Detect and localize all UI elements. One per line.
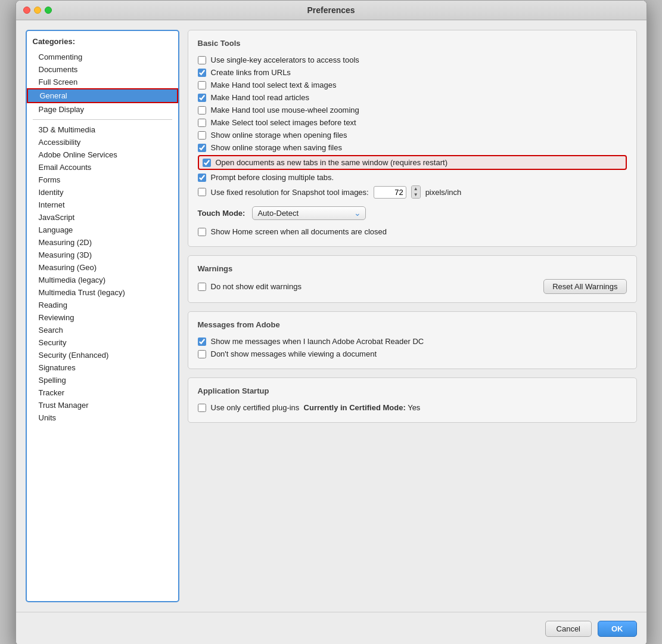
maximize-button[interactable] xyxy=(45,7,52,14)
checkbox-show-storage-open[interactable] xyxy=(198,131,206,140)
checkbox-hand-mousewheel[interactable] xyxy=(198,106,206,114)
row-do-not-show: Do not show edit warnings xyxy=(198,280,302,293)
checkbox-select-images[interactable] xyxy=(198,119,206,127)
checkbox-single-key[interactable] xyxy=(198,56,206,64)
sidebar-divider xyxy=(33,119,172,120)
sidebar-item-measuring-3d[interactable]: Measuring (3D) xyxy=(27,249,178,261)
sidebar-item-page-display[interactable]: Page Display xyxy=(27,103,178,116)
touch-mode-select-wrap: Auto-Detect Full Touch Touch with Mouse … xyxy=(252,206,366,220)
sidebar-item-3d-multimedia[interactable]: 3D & Multimedia xyxy=(27,123,178,136)
reset-all-warnings-button[interactable]: Reset All Warnings xyxy=(543,279,626,294)
label-fixed-resolution: Use fixed resolution for Snapshot tool i… xyxy=(211,188,369,197)
sidebar-bottom-section: 3D & Multimedia Accessibility Adobe Onli… xyxy=(27,123,178,424)
messages-title: Messages from Adobe xyxy=(198,320,627,329)
label-dont-show: Don't show messages while viewing a docu… xyxy=(211,349,377,358)
ok-button[interactable]: OK xyxy=(598,621,637,637)
checkbox-certified-plugins[interactable] xyxy=(198,404,206,412)
sidebar-item-documents[interactable]: Documents xyxy=(27,63,178,76)
sidebar-item-identity[interactable]: Identity xyxy=(27,186,178,199)
startup-section: Application Startup Use only certified p… xyxy=(188,377,637,423)
sidebar-item-units[interactable]: Units xyxy=(27,411,178,424)
checkbox-dont-show[interactable] xyxy=(198,350,206,358)
row-dont-show: Don't show messages while viewing a docu… xyxy=(198,348,627,360)
sidebar-item-accessibility[interactable]: Accessibility xyxy=(27,136,178,148)
sidebar-item-security-enhanced[interactable]: Security (Enhanced) xyxy=(27,349,178,361)
sidebar-item-full-screen[interactable]: Full Screen xyxy=(27,76,178,88)
sidebar-item-tracker[interactable]: Tracker xyxy=(27,386,178,399)
resolution-spinner[interactable]: ▲ ▼ xyxy=(411,185,421,199)
sidebar-item-trust-manager[interactable]: Trust Manager xyxy=(27,399,178,411)
sidebar-item-email-accounts[interactable]: Email Accounts xyxy=(27,161,178,174)
checkbox-show-storage-save[interactable] xyxy=(198,144,206,152)
sidebar-item-measuring-geo[interactable]: Measuring (Geo) xyxy=(27,261,178,274)
row-show-home: Show Home screen when all documents are … xyxy=(198,222,627,238)
label-create-links: Create links from URLs xyxy=(211,68,291,77)
sidebar-item-javascript[interactable]: JavaScript xyxy=(27,211,178,224)
warnings-row: Do not show edit warnings Reset All Warn… xyxy=(198,279,627,294)
window-controls xyxy=(23,7,52,14)
sidebar-item-adobe-online-services[interactable]: Adobe Online Services xyxy=(27,148,178,161)
pixels-per-inch-label: pixels/inch xyxy=(425,188,462,197)
startup-title: Application Startup xyxy=(198,386,627,395)
spinner-down[interactable]: ▼ xyxy=(412,192,420,198)
row-show-messages: Show me messages when I launch Adobe Acr… xyxy=(198,335,627,348)
row-prompt-close-tabs: Prompt before closing multiple tabs. xyxy=(198,171,627,184)
label-hand-mousewheel: Make Hand tool use mouse-wheel zooming xyxy=(211,106,359,114)
label-show-messages: Show me messages when I launch Adobe Acr… xyxy=(211,337,424,346)
sidebar-item-reviewing[interactable]: Reviewing xyxy=(27,311,178,324)
title-bar: Preferences xyxy=(16,1,647,20)
minimize-button[interactable] xyxy=(34,7,41,14)
touch-mode-select[interactable]: Auto-Detect Full Touch Touch with Mouse … xyxy=(252,206,366,220)
sidebar-item-language[interactable]: Language xyxy=(27,224,178,236)
warnings-title: Warnings xyxy=(198,264,627,273)
label-show-home: Show Home screen when all documents are … xyxy=(211,227,387,236)
touch-mode-label: Touch Mode: xyxy=(198,209,245,218)
checkbox-show-home[interactable] xyxy=(198,228,206,236)
sidebar-item-spelling[interactable]: Spelling xyxy=(27,374,178,386)
sidebar-item-forms[interactable]: Forms xyxy=(27,174,178,186)
cancel-button[interactable]: Cancel xyxy=(545,621,592,637)
checkbox-fixed-resolution[interactable] xyxy=(198,188,206,196)
row-hand-mousewheel: Make Hand tool use mouse-wheel zooming xyxy=(198,104,627,116)
label-hand-read-articles: Make Hand tool read articles xyxy=(211,93,309,102)
checkbox-do-not-show[interactable] xyxy=(198,283,206,291)
label-show-storage-open: Show online storage when opening files xyxy=(211,131,347,140)
sidebar-item-search[interactable]: Search xyxy=(27,324,178,336)
label-hand-select-text: Make Hand tool select text & images xyxy=(211,80,337,89)
certified-mode-value: Yes xyxy=(408,403,420,412)
label-do-not-show: Do not show edit warnings xyxy=(211,282,302,291)
sidebar-item-internet[interactable]: Internet xyxy=(27,199,178,211)
label-prompt-close-tabs: Prompt before closing multiple tabs. xyxy=(211,173,334,182)
checkbox-prompt-close-tabs[interactable] xyxy=(198,174,206,182)
footer: Cancel OK xyxy=(16,612,647,644)
row-create-links: Create links from URLs xyxy=(198,66,627,79)
checkbox-hand-read-articles[interactable] xyxy=(198,94,206,102)
sidebar-item-reading[interactable]: Reading xyxy=(27,299,178,311)
sidebar-item-measuring-2d[interactable]: Measuring (2D) xyxy=(27,236,178,249)
sidebar-item-signatures[interactable]: Signatures xyxy=(27,361,178,374)
basic-tools-section: Basic Tools Use single-key accelerators … xyxy=(188,30,637,247)
sidebar-item-security[interactable]: Security xyxy=(27,336,178,349)
row-select-images: Make Select tool select images before te… xyxy=(198,116,627,129)
row-certified-plugins: Use only certified plug-ins Currently in… xyxy=(198,401,627,414)
sidebar-top-section: Commenting Documents Full Screen General… xyxy=(27,51,178,116)
sidebar: Categories: Commenting Documents Full Sc… xyxy=(26,30,179,602)
sidebar-item-multimedia-trust[interactable]: Multimedia Trust (legacy) xyxy=(27,286,178,299)
preferences-window: Preferences Categories: Commenting Docum… xyxy=(15,0,647,644)
checkbox-hand-select-text[interactable] xyxy=(198,81,206,89)
label-single-key: Use single-key accelerators to access to… xyxy=(211,55,359,64)
sidebar-item-commenting[interactable]: Commenting xyxy=(27,51,178,63)
label-show-storage-save: Show online storage when saving files xyxy=(211,143,342,152)
sidebar-item-general[interactable]: General xyxy=(27,88,178,103)
row-show-storage-open: Show online storage when opening files xyxy=(198,129,627,141)
sidebar-item-multimedia-legacy[interactable]: Multimedia (legacy) xyxy=(27,274,178,286)
snapshot-resolution-input[interactable] xyxy=(374,186,406,199)
checkbox-show-messages[interactable] xyxy=(198,338,206,346)
checkbox-create-links[interactable] xyxy=(198,69,206,77)
close-button[interactable] xyxy=(23,7,30,14)
label-select-images: Make Select tool select images before te… xyxy=(211,118,356,127)
main-panel: Basic Tools Use single-key accelerators … xyxy=(188,30,637,602)
spinner-up[interactable]: ▲ xyxy=(412,186,420,192)
checkbox-open-new-tabs[interactable] xyxy=(203,159,211,167)
content-area: Categories: Commenting Documents Full Sc… xyxy=(16,20,647,612)
